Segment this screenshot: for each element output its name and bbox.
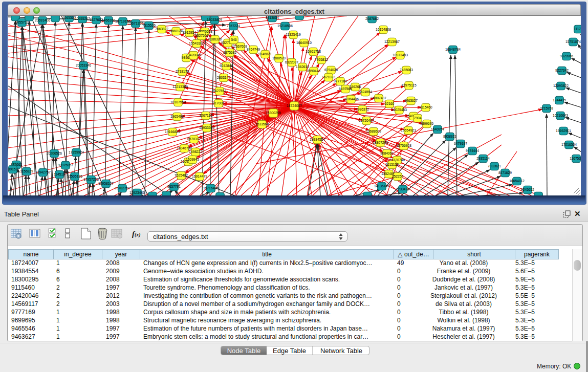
svg-text:7032621: 7032621 xyxy=(488,164,501,168)
svg-text:(x): (x) xyxy=(135,232,141,238)
svg-text:2935114: 2935114 xyxy=(476,157,490,160)
svg-text:8578312: 8578312 xyxy=(187,137,201,141)
svg-text:10807487: 10807487 xyxy=(371,96,386,100)
svg-text:2718176: 2718176 xyxy=(176,70,189,73)
svg-text:14136141: 14136141 xyxy=(374,184,389,188)
svg-text:19756928: 19756928 xyxy=(396,144,411,147)
svg-text:1733426: 1733426 xyxy=(396,187,409,191)
svg-text:1588520: 1588520 xyxy=(272,56,286,60)
svg-text:7663822: 7663822 xyxy=(155,27,168,31)
svg-text:1615132: 1615132 xyxy=(385,163,399,166)
svg-text:9777169: 9777169 xyxy=(334,79,347,83)
svg-text:9245652: 9245652 xyxy=(521,188,534,191)
svg-text:16671355: 16671355 xyxy=(128,21,143,25)
svg-text:16640910: 16640910 xyxy=(296,41,312,45)
svg-text:9055712: 9055712 xyxy=(15,20,29,24)
svg-text:12505135: 12505135 xyxy=(67,174,82,178)
svg-text:12923445: 12923445 xyxy=(129,191,145,194)
svg-text:2087682: 2087682 xyxy=(365,17,379,20)
svg-text:9327506: 9327506 xyxy=(195,34,208,37)
svg-text:10107554: 10107554 xyxy=(170,100,186,104)
svg-text:10025453: 10025453 xyxy=(391,108,407,112)
svg-text:7515526: 7515526 xyxy=(142,24,156,27)
svg-text:9329966: 9329966 xyxy=(560,54,573,58)
svg-text:6794028: 6794028 xyxy=(324,68,338,72)
svg-text:18724007: 18724007 xyxy=(287,104,302,107)
svg-text:20364436: 20364436 xyxy=(343,97,359,101)
svg-text:39153: 39153 xyxy=(8,167,18,171)
svg-text:252254: 252254 xyxy=(392,174,404,178)
svg-text:8471629: 8471629 xyxy=(498,171,512,174)
svg-text:20206526: 20206526 xyxy=(47,151,62,155)
svg-text:1527602: 1527602 xyxy=(90,18,103,21)
svg-text:15751074: 15751074 xyxy=(565,40,581,43)
svg-text:9115460: 9115460 xyxy=(419,105,432,109)
svg-text:8813054: 8813054 xyxy=(266,16,279,19)
svg-text:1244415: 1244415 xyxy=(553,98,566,102)
svg-text:10655267: 10655267 xyxy=(75,17,90,20)
svg-text:19654923: 19654923 xyxy=(401,128,416,132)
svg-text:1609945: 1609945 xyxy=(186,158,199,161)
svg-text:1498222: 1498222 xyxy=(189,150,202,154)
svg-text:12213967: 12213967 xyxy=(384,40,400,43)
svg-text:15933564: 15933564 xyxy=(199,126,214,129)
svg-text:10688609: 10688609 xyxy=(366,129,381,133)
svg-text:2803144: 2803144 xyxy=(217,76,230,79)
svg-text:16782759: 16782759 xyxy=(115,186,130,190)
svg-text:7485063: 7485063 xyxy=(400,68,413,72)
svg-text:8454749: 8454749 xyxy=(247,48,260,51)
svg-text:20053346: 20053346 xyxy=(76,63,91,67)
svg-text:546: 546 xyxy=(231,38,236,41)
svg-text:3875685: 3875685 xyxy=(223,51,236,54)
svg-text:18300295: 18300295 xyxy=(266,111,281,115)
svg-text:19384554: 19384554 xyxy=(310,138,325,141)
svg-text:16961758: 16961758 xyxy=(306,50,321,53)
svg-text:114519: 114519 xyxy=(54,172,65,176)
svg-text:11173: 11173 xyxy=(574,27,581,31)
svg-text:1156829: 1156829 xyxy=(20,169,33,173)
svg-text:12942757: 12942757 xyxy=(35,170,51,174)
svg-text:8186328: 8186328 xyxy=(208,37,222,41)
svg-text:16210643: 16210643 xyxy=(553,114,568,117)
svg-text:1362615: 1362615 xyxy=(296,65,309,69)
svg-text:1167533: 1167533 xyxy=(570,157,581,160)
svg-text:3215958: 3215958 xyxy=(540,106,553,110)
svg-text:8990448: 8990448 xyxy=(307,69,320,73)
svg-text:7904: 7904 xyxy=(414,116,422,120)
svg-text:1965496: 1965496 xyxy=(170,115,184,118)
svg-text:10654112: 10654112 xyxy=(509,179,525,183)
svg-text:9146821: 9146821 xyxy=(258,52,272,56)
svg-text:8912954: 8912954 xyxy=(183,31,196,34)
svg-text:12975115: 12975115 xyxy=(401,83,417,87)
svg-text:16543382: 16543382 xyxy=(189,41,204,45)
svg-text:16914479: 16914479 xyxy=(192,174,207,178)
svg-text:9899695: 9899695 xyxy=(420,122,433,125)
svg-text:11325419: 11325419 xyxy=(286,33,301,36)
svg-text:9657791: 9657791 xyxy=(167,185,181,188)
svg-text:19166825: 19166825 xyxy=(165,130,180,134)
svg-text:8660124: 8660124 xyxy=(169,29,183,33)
svg-text:17016504: 17016504 xyxy=(561,143,577,146)
svg-text:16033809: 16033809 xyxy=(207,18,222,21)
svg-text:3267110: 3267110 xyxy=(199,114,212,117)
svg-text:90975857: 90975857 xyxy=(58,163,73,167)
svg-text:16648784: 16648784 xyxy=(445,48,461,51)
svg-text:9084067: 9084067 xyxy=(380,151,394,155)
svg-text:3624554: 3624554 xyxy=(359,90,372,94)
svg-text:10958107: 10958107 xyxy=(98,182,114,185)
svg-text:7986372: 7986372 xyxy=(356,107,369,111)
svg-text:17957223: 17957223 xyxy=(83,178,99,181)
svg-text:9463627: 9463627 xyxy=(404,99,418,102)
svg-text:7955812: 7955812 xyxy=(315,58,328,61)
svg-text:7357224: 7357224 xyxy=(227,24,240,28)
svg-text:15692901: 15692901 xyxy=(556,129,571,133)
svg-text:9242848: 9242848 xyxy=(220,64,233,68)
svg-text:6497568: 6497568 xyxy=(339,87,352,91)
svg-text:1065307: 1065307 xyxy=(62,16,76,19)
svg-text:15716485: 15716485 xyxy=(203,186,219,190)
svg-text:16154808: 16154808 xyxy=(376,28,391,31)
svg-text:16046738: 16046738 xyxy=(177,146,192,150)
svg-text:9227342: 9227342 xyxy=(555,69,569,72)
svg-text:2367608: 2367608 xyxy=(234,45,247,48)
svg-text:15720407: 15720407 xyxy=(359,119,374,122)
